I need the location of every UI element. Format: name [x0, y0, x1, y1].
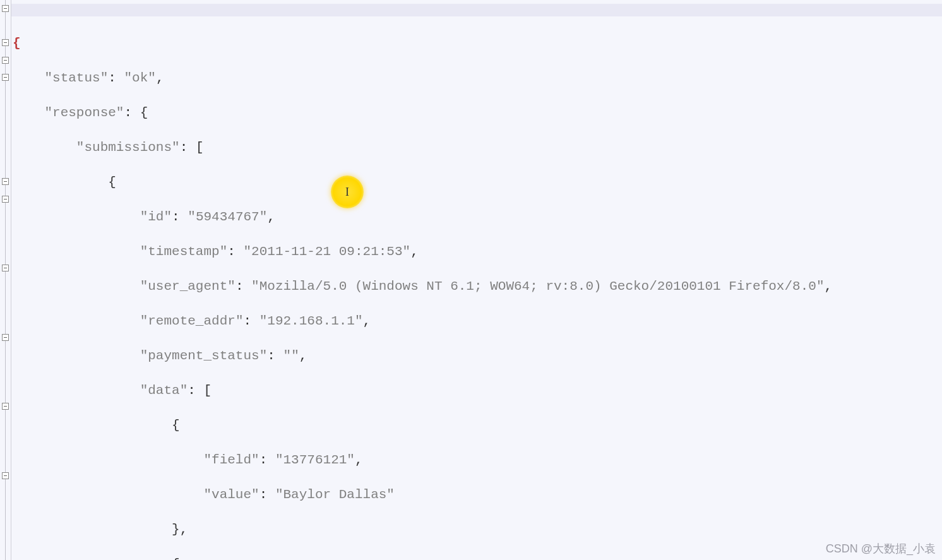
fold-toggle-icon[interactable] [2, 57, 9, 64]
code-editor: { "status": "ok", "response": { "submiss… [0, 0, 942, 560]
code-line[interactable]: }, [13, 521, 941, 539]
fold-toggle-icon[interactable] [2, 265, 9, 271]
current-line-highlight [11, 4, 942, 16]
code-line[interactable]: "response": { [13, 104, 941, 122]
code-line[interactable]: "status": "ok", [13, 69, 941, 87]
code-line[interactable]: { [13, 417, 941, 434]
fold-toggle-icon[interactable] [2, 403, 9, 410]
code-line[interactable]: "remote_addr": "192.168.1.1", [13, 313, 941, 330]
code-line[interactable]: "data": [ [13, 382, 941, 400]
fold-toggle-icon[interactable] [2, 196, 9, 203]
fold-toggle-icon[interactable] [2, 39, 9, 46]
code-line[interactable]: "timestamp": "2011-11-21 09:21:53", [13, 243, 941, 261]
fold-toggle-icon[interactable] [2, 472, 9, 479]
fold-toggle-icon[interactable] [2, 334, 9, 341]
code-line[interactable]: { [13, 174, 941, 191]
code-line[interactable]: "field": "13776121", [13, 451, 941, 469]
code-line[interactable]: "user_agent": "Mozilla/5.0 (Windows NT 6… [13, 278, 941, 295]
fold-toggle-icon[interactable] [2, 178, 9, 185]
fold-gutter [0, 0, 11, 560]
code-line[interactable]: "value": "Baylor Dallas" [13, 486, 941, 504]
fold-toggle-icon[interactable] [2, 5, 9, 12]
code-line[interactable]: { [13, 556, 941, 560]
code-line[interactable]: { [13, 35, 941, 52]
code-line[interactable]: "submissions": [ [13, 139, 941, 157]
code-area[interactable]: { "status": "ok", "response": { "submiss… [11, 0, 942, 560]
code-line[interactable]: "id": "59434767", [13, 208, 941, 226]
code-line[interactable]: "payment_status": "", [13, 347, 941, 365]
fold-toggle-icon[interactable] [2, 74, 9, 81]
